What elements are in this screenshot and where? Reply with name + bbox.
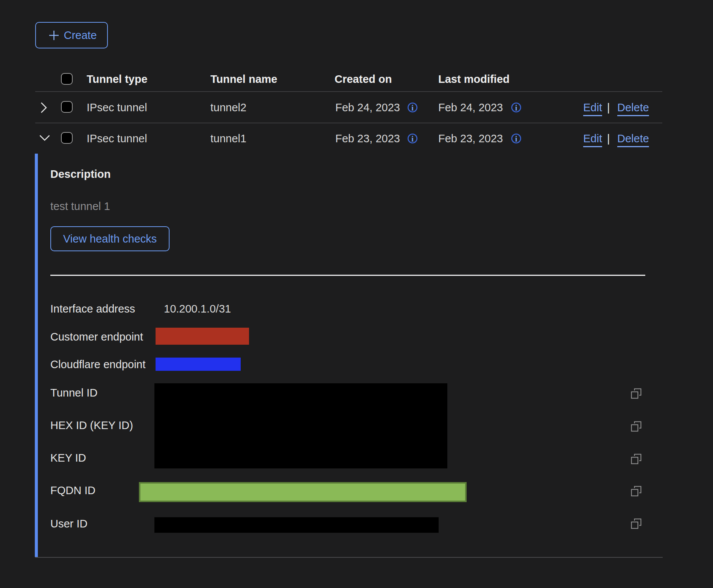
svg-text:i: i [411, 134, 414, 143]
svg-text:i: i [411, 103, 414, 112]
svg-text:i: i [515, 103, 517, 112]
svg-text:i: i [515, 134, 517, 143]
